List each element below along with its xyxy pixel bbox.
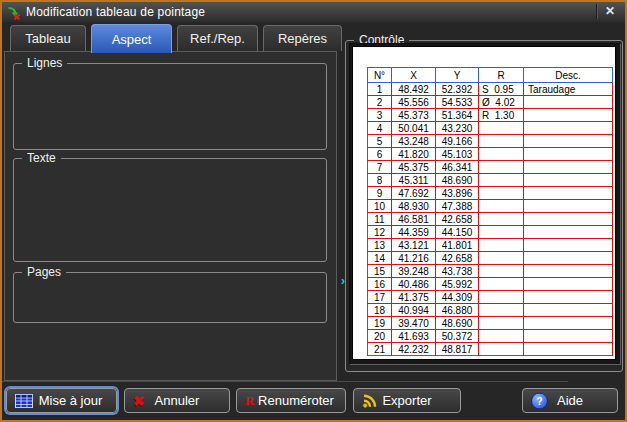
table-cell (479, 122, 524, 135)
table-row: 745.37546.341 (368, 161, 613, 174)
close-button[interactable]: ✕ (601, 3, 619, 20)
table-cell (479, 291, 524, 304)
table-cell (479, 174, 524, 187)
table-row: 345.37351.364R 1.30 (368, 109, 613, 122)
dialog-window: Modification tableau de pointage ✕ Table… (0, 0, 627, 422)
table-cell: 42.658 (436, 213, 479, 226)
table-header-cell: X (392, 68, 436, 83)
table-cell (524, 239, 613, 252)
table-cell (524, 161, 613, 174)
table-cell (479, 239, 524, 252)
aide-button[interactable]: ? Aide (522, 388, 618, 413)
group-lignes: Lignes (13, 63, 327, 150)
table-icon (15, 394, 33, 408)
table-cell (479, 187, 524, 200)
tab-aspect[interactable]: Aspect (91, 24, 172, 53)
group-texte: Texte (13, 158, 327, 262)
table-row: 450.04143.230 (368, 122, 613, 135)
table-cell: 3 (368, 109, 392, 122)
table-row: 1840.99446.880 (368, 304, 613, 317)
table-row: 1939.47048.690 (368, 317, 613, 330)
table-cell: 41.216 (392, 252, 436, 265)
titlebar[interactable]: Modification tableau de pointage ✕ (2, 2, 625, 22)
table-cell: 43.248 (392, 135, 436, 148)
tab-tableau[interactable]: Tableau (10, 25, 86, 51)
page-marker-chevron-icon: › (341, 274, 345, 288)
table-cell (524, 265, 613, 278)
exporter-button[interactable]: Exporter (353, 388, 461, 413)
table-row: 2142.23248.817 (368, 343, 613, 356)
table-header-cell: N° (368, 68, 392, 83)
mise-a-jour-label: Mise à jour (39, 393, 103, 408)
table-cell: Taraudage (524, 83, 613, 96)
table-cell (479, 135, 524, 148)
table-cell: 41.820 (392, 148, 436, 161)
table-cell: 45.375 (392, 161, 436, 174)
table-cell (479, 148, 524, 161)
table-cell: 45.373 (392, 109, 436, 122)
content-separator (2, 381, 568, 382)
table-cell (524, 226, 613, 239)
table-cell: 8 (368, 174, 392, 187)
table-cell (524, 304, 613, 317)
table-cell (479, 265, 524, 278)
table-row: 1244.35944.150 (368, 226, 613, 239)
table-cell: 6 (368, 148, 392, 161)
table-cell: 51.364 (436, 109, 479, 122)
table-cell: 48.930 (392, 200, 436, 213)
table-cell (524, 96, 613, 109)
renumeroter-label: Renuméroter (258, 393, 334, 408)
table-cell: 54.533 (436, 96, 479, 109)
mise-a-jour-button[interactable]: Mise à jour (6, 388, 117, 413)
table-cell (479, 330, 524, 343)
table-cell: 15 (368, 265, 392, 278)
renumber-icon: R+ (245, 393, 260, 409)
group-pages: Pages (13, 272, 327, 323)
table-cell (524, 252, 613, 265)
export-feed-icon (362, 393, 378, 408)
table-cell (524, 278, 613, 291)
table-cell: 41.801 (436, 239, 479, 252)
table-cell: 42.232 (392, 343, 436, 356)
aide-label: Aide (557, 393, 583, 408)
table-cell: 46.880 (436, 304, 479, 317)
table-cell: 11 (368, 213, 392, 226)
cancel-x-icon: ✖ (133, 393, 145, 409)
table-cell (479, 213, 524, 226)
table-header-cell: Desc. (524, 68, 613, 83)
table-cell: 46.581 (392, 213, 436, 226)
tab-ref-rep[interactable]: Ref./Rep. (177, 25, 258, 51)
table-cell: 2 (368, 96, 392, 109)
table-row: 148.49252.392S 0.95Taraudage (368, 83, 613, 96)
annuler-button[interactable]: ✖ Annuler (124, 388, 230, 413)
table-cell: 48.690 (436, 317, 479, 330)
table-cell: 43.738 (436, 265, 479, 278)
table-cell: 21 (368, 343, 392, 356)
table-row: 2041.69350.372 (368, 330, 613, 343)
table-cell: 47.692 (392, 187, 436, 200)
table-cell (524, 330, 613, 343)
table-cell: 47.388 (436, 200, 479, 213)
table-cell (479, 343, 524, 356)
table-cell (524, 291, 613, 304)
table-cell: S 0.95 (479, 83, 524, 96)
table-row: 1343.12141.801 (368, 239, 613, 252)
table-header-row: N°XYRDesc. (368, 68, 613, 83)
table-cell: 16 (368, 278, 392, 291)
tab-reperes[interactable]: Repères (263, 25, 342, 51)
window-title: Modification tableau de pointage (26, 5, 205, 19)
table-row: 1640.48645.992 (368, 278, 613, 291)
table-cell: 5 (368, 135, 392, 148)
table-cell: 12 (368, 226, 392, 239)
table-cell: 20 (368, 330, 392, 343)
table-cell: 48.817 (436, 343, 479, 356)
table-cell (524, 213, 613, 226)
table-cell: 49.166 (436, 135, 479, 148)
table-cell: R 1.30 (479, 109, 524, 122)
table-row: 845.31148.690 (368, 174, 613, 187)
table-cell: 44.150 (436, 226, 479, 239)
table-row: 1146.58142.658 (368, 213, 613, 226)
table-cell (479, 226, 524, 239)
renumeroter-button[interactable]: R+ Renuméroter (236, 388, 346, 413)
modify-table-icon (6, 5, 21, 20)
